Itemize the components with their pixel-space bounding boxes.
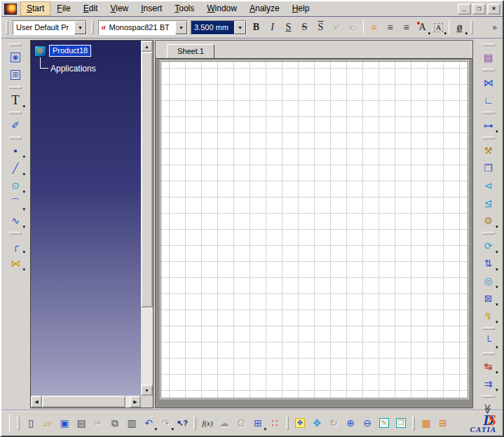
broken-view-icon[interactable]: ↯▾: [479, 307, 498, 324]
new-view-icon[interactable]: ❐: [479, 159, 498, 176]
snap-to-point-icon[interactable]: ⊞: [435, 415, 451, 431]
vertical-scroll-thumb[interactable]: [141, 52, 153, 307]
tree-node-applications[interactable]: Applications: [50, 64, 96, 74]
multi-view-icon[interactable]: ❐: [393, 415, 409, 431]
dropdown-arrow-icon[interactable]: ▾: [22, 104, 25, 109]
menu-edit[interactable]: Edit: [77, 1, 104, 16]
grid-icon[interactable]: ▦: [418, 415, 435, 431]
point-tool-icon[interactable]: ▪▾: [6, 141, 25, 159]
menu-help[interactable]: Help: [286, 1, 316, 16]
paste-icon[interactable]: ▥: [123, 415, 140, 431]
chevron-down-icon[interactable]: ▾: [234, 21, 246, 34]
toolbar-drag-handle[interactable]: [193, 416, 196, 430]
zoom-out-icon[interactable]: ⊖: [359, 415, 376, 431]
line-tool-icon[interactable]: ╱▾: [6, 159, 25, 176]
redo-icon[interactable]: ↷▾: [157, 415, 174, 431]
menu-view[interactable]: View: [104, 1, 135, 16]
menu-start[interactable]: Start: [20, 1, 50, 16]
toolbar-drag-handle[interactable]: [6, 20, 8, 34]
text-tool-icon[interactable]: T▾: [6, 91, 25, 109]
constraint-icon[interactable]: ⊶▾: [479, 116, 498, 134]
dimensions-icon[interactable]: ↹▾: [479, 357, 498, 375]
toolbar-drag-handle[interactable]: [9, 232, 22, 235]
menu-analyze[interactable]: Analyze: [243, 1, 286, 16]
dropdown-arrow-icon[interactable]: ▾: [496, 129, 498, 134]
toolbar-drag-handle[interactable]: [482, 395, 495, 398]
tree-root-rename-input[interactable]: Product18: [49, 45, 91, 57]
circle-tool-icon[interactable]: ⊙▾: [6, 176, 25, 194]
dropdown-arrow-icon[interactable]: ▾: [465, 31, 468, 36]
toolbar-drag-handle[interactable]: [9, 43, 22, 46]
align-right-icon[interactable]: ≡: [398, 20, 414, 36]
scroll-down-icon[interactable]: ▼: [141, 384, 153, 396]
anchor-point-button[interactable]: A▾: [414, 20, 430, 36]
tree-node-root[interactable]: ⚙ Product18: [34, 45, 91, 57]
normal-view-icon[interactable]: ✎: [376, 415, 393, 431]
section-view-icon[interactable]: ⇅▾: [479, 254, 498, 272]
dropdown-arrow-icon[interactable]: ▾: [496, 387, 498, 393]
generate-dimensions-icon[interactable]: ⇉▾: [479, 375, 498, 392]
corner-tool-icon[interactable]: ╭▾: [6, 237, 25, 254]
toolbar-drag-handle[interactable]: [9, 86, 22, 89]
dropdown-arrow-icon[interactable]: ▾: [444, 31, 447, 36]
tree-horizontal-scrollbar[interactable]: ◀ ▶: [31, 396, 141, 408]
toolbar-drag-handle[interactable]: [482, 137, 495, 139]
cut-icon[interactable]: ✂: [90, 415, 107, 431]
scroll-up-icon[interactable]: ▲: [141, 41, 153, 52]
clipping-view-icon[interactable]: ⊠▾: [479, 289, 498, 307]
table-icon[interactable]: ⊞: [6, 66, 25, 83]
menu-insert[interactable]: Insert: [135, 1, 168, 16]
comment-icon[interactable]: ☁: [216, 415, 233, 431]
dropdown-arrow-icon[interactable]: ▾: [22, 267, 25, 272]
scroll-left-icon[interactable]: ◀: [31, 396, 42, 408]
font-size-combo[interactable]: 3.500 mm ▾: [191, 20, 247, 35]
drawing-sheet[interactable]: [161, 61, 468, 398]
font-family-combo[interactable]: a Monospac821 BT ▾: [98, 20, 188, 35]
strikethrough-button[interactable]: S: [297, 20, 313, 36]
align-center-icon[interactable]: ≡: [382, 20, 398, 36]
toolbar-overflow-icon[interactable]: »: [492, 22, 500, 32]
superscript-button[interactable]: x²: [329, 20, 345, 36]
dropdown-arrow-icon[interactable]: ▾: [496, 345, 498, 350]
paintbrush-icon[interactable]: ✐: [6, 116, 25, 134]
lock-icon[interactable]: Ω: [233, 415, 250, 431]
new-document-icon[interactable]: ▯: [22, 415, 39, 431]
zoom-in-icon[interactable]: ⊕: [342, 415, 359, 431]
text-frame-button[interactable]: A▾: [430, 20, 447, 36]
toolbar-overflow-icon[interactable]: ≫: [479, 400, 498, 417]
update-icon[interactable]: ⋈: [479, 74, 498, 91]
close-button[interactable]: ×: [487, 4, 500, 15]
rotate-icon[interactable]: ↻: [325, 415, 342, 431]
design-table-icon[interactable]: ⊞▾: [250, 415, 266, 431]
align-left-icon[interactable]: ≡: [366, 20, 382, 36]
toolbar-drag-handle[interactable]: [470, 20, 473, 34]
toolbar-drag-handle[interactable]: [17, 416, 20, 430]
toolbar-drag-handle[interactable]: [482, 232, 495, 235]
formula-icon[interactable]: f(x): [199, 415, 216, 431]
symmetry-tool-icon[interactable]: ⋈▾: [6, 254, 25, 272]
minimize-button[interactable]: _: [458, 4, 471, 15]
tab-sheet1[interactable]: Sheet.1: [167, 44, 214, 59]
menu-window[interactable]: Window: [200, 1, 243, 16]
view-creation-icon[interactable]: ◉: [6, 48, 25, 66]
scroll-right-icon[interactable]: ▶: [130, 396, 141, 408]
dropdown-arrow-icon[interactable]: ▾: [22, 224, 25, 230]
toolbar-drag-handle[interactable]: [412, 416, 415, 430]
copy-icon[interactable]: ⧉: [107, 415, 123, 431]
spline-tool-icon[interactable]: ∿▾: [6, 211, 25, 229]
overline-button[interactable]: S: [313, 20, 329, 36]
restore-button[interactable]: ❐: [472, 4, 486, 15]
underline-button[interactable]: S: [280, 20, 297, 36]
print-icon[interactable]: ▤: [73, 415, 90, 431]
toolbar-drag-handle[interactable]: [91, 20, 94, 34]
menu-file[interactable]: File: [50, 1, 76, 16]
chevron-down-icon[interactable]: ▾: [175, 21, 187, 34]
breakout-view-icon[interactable]: └▾: [479, 332, 498, 349]
menu-tools[interactable]: Tools: [168, 1, 200, 16]
profile-tool-icon[interactable]: ⌒▾: [6, 194, 25, 211]
sheet-background-icon[interactable]: ▤: [479, 48, 498, 66]
toolbar-drag-handle[interactable]: [286, 416, 289, 430]
catalog-icon[interactable]: ∷: [266, 415, 283, 431]
subscript-button[interactable]: x₂: [345, 20, 361, 36]
tree-vertical-scrollbar[interactable]: ▲ ▼: [141, 41, 153, 396]
